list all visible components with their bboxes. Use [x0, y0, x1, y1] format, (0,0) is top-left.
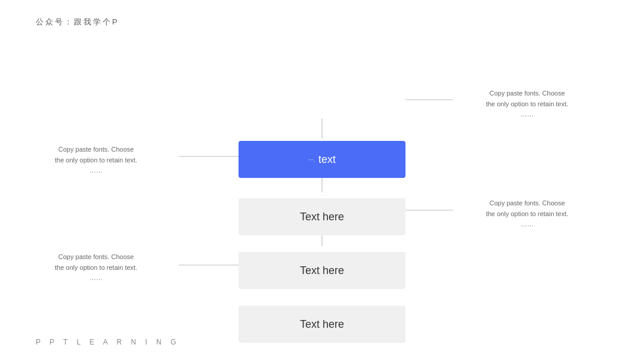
ann-left-1-line2: the only option to retain text. [55, 155, 137, 166]
root-dots: ···. [308, 156, 315, 163]
ann-right-1-line3: …… [458, 109, 596, 120]
watermark-text: 公众号：跟我学个P [36, 17, 119, 27]
ann-right-1-line1: Copy paste fonts. Choose [458, 88, 596, 99]
annotation-left-3: Copy paste fonts. Choose the only option… [55, 252, 137, 284]
annotation-left-1: Copy paste fonts. Choose the only option… [55, 144, 137, 176]
root-node: ···. text [239, 141, 405, 178]
ann-right-2-line2: the only option to retain text. [458, 209, 596, 220]
root-label: text [318, 153, 336, 166]
ann-left-1-line3: …… [55, 165, 137, 176]
annotation-right-2: Copy paste fonts. Choose the only option… [458, 198, 596, 230]
ann-left-3-line2: the only option to retain text. [55, 263, 137, 273]
ann-right-2-line3: …… [458, 219, 596, 230]
ann-right-1-line2: the only option to retain text. [458, 99, 596, 110]
footer-text: P P T L E A R N I N G [36, 338, 179, 346]
child-3-label: Text here [300, 318, 344, 331]
child-node-2: Text here [239, 252, 405, 289]
ann-right-2-line1: Copy paste fonts. Choose [458, 198, 596, 209]
ann-left-3-line3: …… [55, 273, 137, 284]
ann-left-3-line1: Copy paste fonts. Choose [55, 252, 137, 263]
child-node-3: Text here [239, 306, 405, 343]
child-1-label: Text here [300, 211, 344, 223]
child-node-1: Text here [239, 198, 405, 235]
child-2-label: Text here [300, 264, 344, 277]
ann-left-1-line1: Copy paste fonts. Choose [55, 144, 137, 155]
annotation-right-1: Copy paste fonts. Choose the only option… [458, 88, 596, 120]
